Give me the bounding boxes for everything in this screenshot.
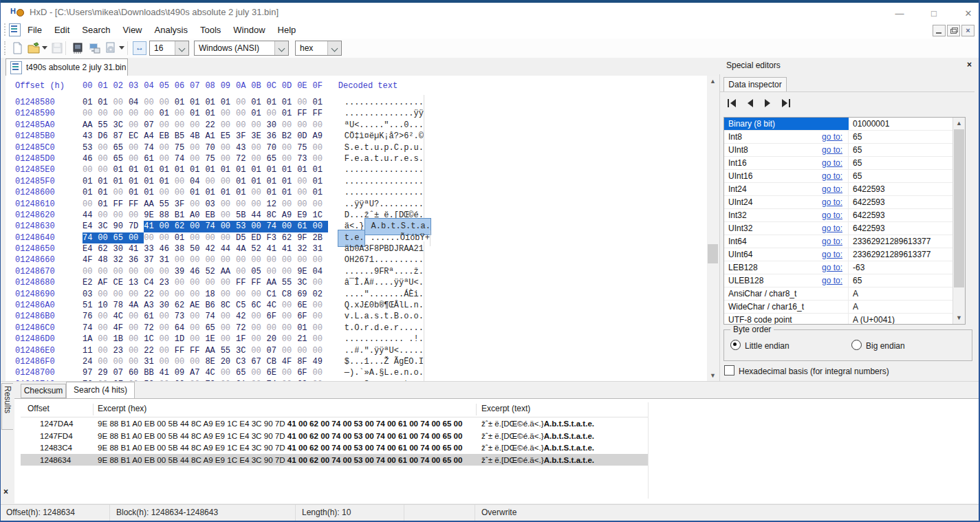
go-to-link[interactable]: go to: bbox=[822, 131, 842, 143]
encoding-dropdown[interactable] bbox=[274, 41, 288, 55]
menu-window[interactable]: Window bbox=[227, 25, 271, 35]
inspector-row[interactable]: Int24go to:6422593 bbox=[724, 183, 965, 196]
search-result-row[interactable]: 12486349E 88 B1 A0 EB 00 5B 44 8C A9 E9 … bbox=[21, 454, 648, 466]
inspector-row[interactable]: AnsiChar / char8_tA bbox=[724, 287, 965, 301]
inspector-value[interactable]: 65 bbox=[849, 144, 953, 156]
menu-search[interactable]: Search bbox=[76, 25, 116, 35]
bytes-per-row-select[interactable]: 16 bbox=[149, 41, 189, 56]
column-divider[interactable] bbox=[476, 404, 477, 415]
big-endian-radio[interactable]: Big endian bbox=[851, 339, 905, 351]
inspector-value[interactable]: 01000001 bbox=[849, 118, 953, 130]
inspector-row[interactable]: Int16go to:65 bbox=[724, 157, 965, 170]
inspector-value[interactable]: 65 bbox=[849, 131, 953, 143]
open-file-icon[interactable] bbox=[27, 41, 41, 55]
inspector-value[interactable]: 6422593 bbox=[849, 222, 953, 235]
inspector-scrollbar[interactable]: ▲ ▼ bbox=[952, 118, 965, 324]
computer-icon[interactable] bbox=[87, 41, 101, 55]
inspector-value[interactable]: 6422593 bbox=[849, 183, 953, 195]
inspector-row[interactable]: UInt64go to:23362921289613377 bbox=[724, 248, 965, 261]
results-close-icon[interactable]: × bbox=[3, 487, 8, 497]
tab-checksum[interactable]: Checksum bbox=[21, 384, 66, 398]
inspector-value[interactable]: -63 bbox=[849, 261, 953, 274]
scroll-thumb[interactable] bbox=[708, 244, 718, 263]
offset-base-dropdown[interactable] bbox=[327, 41, 341, 55]
inspector-row[interactable]: Int64go to:23362921289613377 bbox=[724, 235, 965, 248]
scroll-thumb[interactable] bbox=[954, 129, 964, 287]
column-excerpt-text[interactable]: Excerpt (text) bbox=[481, 404, 530, 413]
column-excerpt-hex[interactable]: Excerpt (hex) bbox=[98, 404, 146, 413]
column-offset[interactable]: Offset bbox=[28, 404, 50, 413]
hex-vertical-scrollbar[interactable]: ▲ ▼ bbox=[707, 76, 719, 382]
inspector-value[interactable]: 23362921289613377 bbox=[849, 235, 953, 248]
go-to-link[interactable]: go to: bbox=[822, 261, 842, 274]
tab-data-inspector[interactable]: Data inspector bbox=[723, 77, 787, 92]
search-result-row[interactable]: 12483C49E 88 B1 A0 EB 00 5B 44 8C A9 E9 … bbox=[21, 442, 648, 454]
inspector-row[interactable]: UTF-8 code pointA (U+0041) bbox=[724, 314, 965, 325]
scroll-down-arrow-icon[interactable]: ▼ bbox=[953, 312, 965, 324]
open-dropdown-caret[interactable] bbox=[42, 46, 47, 50]
scroll-up-arrow-icon[interactable]: ▲ bbox=[707, 76, 719, 87]
tab-search-hits[interactable]: Search (4 hits) bbox=[66, 382, 135, 399]
scroll-down-arrow-icon[interactable]: ▼ bbox=[707, 370, 719, 382]
inspector-row[interactable]: Int8go to:65 bbox=[724, 131, 965, 144]
maximize-button[interactable]: □ bbox=[924, 8, 944, 19]
inspector-value[interactable]: 23362921289613377 bbox=[849, 248, 953, 261]
last-record-icon[interactable] bbox=[780, 97, 792, 109]
document-icon[interactable] bbox=[9, 23, 21, 36]
go-to-link[interactable]: go to: bbox=[822, 183, 842, 195]
document-tab[interactable]: t490s absolute 2 july 31.bin bbox=[6, 58, 128, 76]
scroll-up-arrow-icon[interactable]: ▲ bbox=[953, 118, 965, 129]
inspector-value[interactable]: A bbox=[849, 287, 953, 300]
inspector-value[interactable]: 65 bbox=[849, 157, 953, 169]
disk-image-icon[interactable] bbox=[104, 41, 118, 55]
inspector-value[interactable]: 6422593 bbox=[849, 209, 953, 221]
go-to-link[interactable]: go to: bbox=[822, 222, 842, 235]
go-to-link[interactable]: go to: bbox=[822, 157, 842, 169]
go-to-link[interactable]: go to: bbox=[822, 248, 842, 261]
menu-help[interactable]: Help bbox=[272, 25, 303, 35]
hexadecimal-basis-checkbox[interactable]: Hexadecimal basis (for integral numbers) bbox=[724, 365, 889, 377]
inspector-row[interactable]: LEB128go to:-63 bbox=[724, 261, 965, 274]
go-to-link[interactable]: go to: bbox=[822, 209, 842, 221]
inspector-value[interactable]: A bbox=[849, 301, 953, 313]
special-editors-close-icon[interactable]: × bbox=[967, 60, 972, 69]
inspector-row[interactable]: WideChar / char16_tA bbox=[724, 301, 965, 314]
column-divider[interactable] bbox=[93, 404, 94, 415]
mdi-restore-button[interactable] bbox=[947, 25, 960, 36]
first-record-icon[interactable] bbox=[726, 97, 738, 109]
go-to-link[interactable]: go to: bbox=[822, 170, 842, 182]
close-button[interactable]: ✕ bbox=[958, 8, 979, 19]
inspector-row[interactable]: ULEB128go to:65 bbox=[724, 274, 965, 287]
inspector-row[interactable]: UInt16go to:65 bbox=[724, 170, 965, 183]
inspector-row[interactable]: Binary (8 bit)01000001 bbox=[724, 118, 965, 131]
search-result-row[interactable]: 1247FD49E 88 B1 A0 EB 00 5B 44 8C A9 E9 … bbox=[21, 430, 648, 442]
go-to-link[interactable]: go to: bbox=[822, 235, 842, 248]
inspector-value[interactable]: A (U+0041) bbox=[849, 314, 953, 325]
inspector-row[interactable]: UInt8go to:65 bbox=[724, 144, 965, 157]
go-to-link[interactable]: go to: bbox=[822, 196, 842, 208]
inspector-value[interactable]: 65 bbox=[849, 274, 953, 287]
encoding-select[interactable]: Windows (ANSI) bbox=[194, 41, 289, 56]
previous-record-icon[interactable] bbox=[744, 97, 756, 109]
disk-image-dropdown-caret[interactable] bbox=[119, 46, 124, 50]
little-endian-radio[interactable]: Little endian bbox=[730, 339, 790, 351]
menu-edit[interactable]: Edit bbox=[48, 25, 76, 35]
go-to-link[interactable]: go to: bbox=[822, 144, 842, 156]
inspector-row[interactable]: UInt32go to:6422593 bbox=[724, 222, 965, 235]
mdi-minimize-button[interactable] bbox=[933, 25, 946, 36]
mdi-close-button[interactable]: × bbox=[961, 25, 974, 36]
next-record-icon[interactable] bbox=[762, 97, 774, 109]
search-result-row[interactable]: 1247DA49E 88 B1 A0 EB 00 5B 44 8C A9 E9 … bbox=[21, 417, 648, 430]
menu-analysis[interactable]: Analysis bbox=[149, 25, 194, 35]
inspector-row[interactable]: UInt24go to:6422593 bbox=[724, 196, 965, 209]
inspector-value[interactable]: 6422593 bbox=[849, 196, 953, 208]
inspector-value[interactable]: 65 bbox=[849, 170, 953, 182]
go-to-link[interactable]: go to: bbox=[822, 274, 842, 287]
new-file-icon[interactable] bbox=[10, 41, 24, 55]
offset-base-select[interactable]: hex bbox=[295, 41, 342, 56]
minimize-button[interactable]: — bbox=[889, 8, 910, 19]
memory-icon[interactable] bbox=[71, 41, 85, 55]
bytes-per-row-dropdown[interactable] bbox=[175, 41, 188, 55]
menu-view[interactable]: View bbox=[117, 25, 149, 35]
menu-file[interactable]: File bbox=[21, 25, 48, 35]
